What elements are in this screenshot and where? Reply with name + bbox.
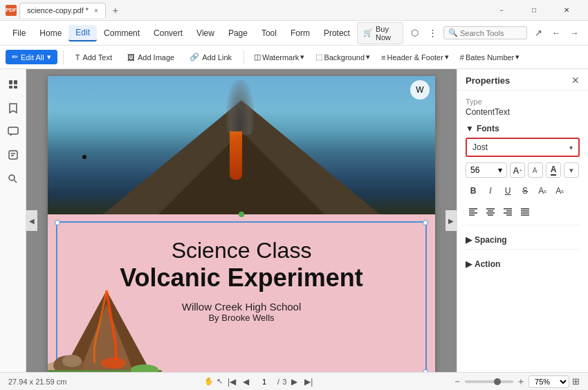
- tab-label: science-copy.pdf *: [27, 6, 89, 15]
- add-link-btn[interactable]: 🔗 Add Link: [183, 50, 238, 64]
- close-icon: ✕: [564, 6, 569, 14]
- add-text-icon: T: [75, 53, 80, 62]
- align-right-btn[interactable]: [500, 204, 515, 219]
- svg-point-13: [101, 358, 126, 369]
- select-tool-btn[interactable]: ↖: [217, 377, 223, 386]
- pdf-title1: Science Class: [68, 238, 414, 263]
- tab-close-btn[interactable]: ×: [94, 7, 98, 15]
- toolbar: ✏ Edit All ▾ T Add Text 🖼 Add Image 🔗 Ad…: [0, 46, 588, 69]
- align-center-btn[interactable]: [483, 204, 498, 219]
- sidebar-bookmark-icon[interactable]: [3, 98, 23, 118]
- sidebar-search-icon[interactable]: [3, 169, 23, 188]
- minimize-btn[interactable]: －: [486, 0, 517, 21]
- menu-form[interactable]: Form: [284, 26, 317, 41]
- zoom-in-btn[interactable]: ＋: [516, 375, 526, 388]
- strikethrough-btn[interactable]: S: [517, 183, 533, 198]
- forward-btn[interactable]: →: [566, 25, 582, 41]
- pdf-sub1: Willow Creek High School: [68, 301, 414, 313]
- zoom-slider[interactable]: [465, 380, 513, 383]
- decrease-font-size-btn[interactable]: A -: [528, 162, 543, 178]
- handle-tl[interactable]: [55, 220, 60, 225]
- menu-file[interactable]: File: [6, 26, 33, 41]
- fit-page-btn[interactable]: ⊞: [572, 376, 580, 387]
- sidebar-comment-icon[interactable]: [3, 122, 23, 141]
- close-btn[interactable]: ✕: [551, 0, 582, 21]
- action-section-header[interactable]: ▶ Action: [466, 259, 580, 269]
- zoom-out-btn[interactable]: －: [452, 375, 462, 388]
- buy-now-btn[interactable]: 🛒 Buy Now: [357, 22, 403, 44]
- add-text-btn[interactable]: T Add Text: [69, 50, 118, 64]
- watermark-btn[interactable]: ◫ Watermark ▾: [250, 50, 309, 64]
- minimize-icon: －: [498, 6, 505, 15]
- panel-close-btn[interactable]: ✕: [571, 75, 580, 86]
- more-btn[interactable]: ⋮: [424, 25, 441, 41]
- active-tab[interactable]: science-copy.pdf * ×: [19, 3, 106, 18]
- decrease-font-icon: A: [533, 167, 538, 174]
- window-controls: － □ ✕: [486, 0, 582, 21]
- share-btn[interactable]: ⬡: [406, 25, 423, 41]
- first-page-btn[interactable]: |◀: [226, 377, 238, 387]
- align-justify-btn[interactable]: [517, 204, 533, 219]
- handle-br[interactable]: [423, 369, 428, 372]
- menu-tool[interactable]: Tool: [255, 26, 284, 41]
- maximize-btn[interactable]: □: [518, 0, 550, 21]
- page-number-input[interactable]: [254, 378, 275, 386]
- menu-view[interactable]: View: [190, 26, 221, 41]
- italic-btn[interactable]: I: [483, 183, 498, 198]
- add-image-btn[interactable]: 🖼 Add Image: [121, 50, 181, 64]
- pdf-sub2: By Brooke Wells: [68, 313, 414, 323]
- panel-header: Properties ✕: [457, 69, 588, 91]
- font-color-dropdown-btn[interactable]: ▾: [564, 162, 579, 178]
- edit-all-btn[interactable]: ✏ Edit All ▾: [6, 50, 57, 64]
- hand-tool-btn[interactable]: ✋: [204, 377, 214, 386]
- spacing-section: ▶ Spacing: [466, 225, 580, 245]
- subscript-btn[interactable]: As: [552, 183, 567, 198]
- fonts-section-header[interactable]: ▼ Fonts: [466, 124, 580, 133]
- next-page-btn[interactable]: ▶: [289, 377, 300, 387]
- selection-top-center-handle[interactable]: [239, 212, 244, 217]
- bates-number-btn[interactable]: # Bates Number ▾: [456, 50, 524, 64]
- header-footer-btn[interactable]: ≡ Header & Footer ▾: [377, 50, 453, 64]
- menu-comment[interactable]: Comment: [97, 26, 147, 41]
- background-btn[interactable]: ⬚ Background ▾: [311, 50, 374, 64]
- sidebar-attachment-icon[interactable]: [3, 145, 23, 165]
- back-btn[interactable]: ←: [548, 25, 564, 41]
- collapse-right-btn[interactable]: ▶: [445, 210, 457, 231]
- type-label: Type: [466, 98, 580, 106]
- zoom-level-select[interactable]: 75% 100% 125% 150%: [529, 375, 569, 388]
- menu-protect[interactable]: Protect: [317, 26, 357, 41]
- superscript-btn[interactable]: As: [535, 183, 550, 198]
- watermark-label: Watermark: [262, 53, 299, 62]
- underline-btn[interactable]: U: [500, 183, 515, 198]
- pdf-area: ◀ W: [26, 69, 457, 372]
- font-size-select[interactable]: 56 ▾: [466, 162, 507, 178]
- increase-font-size-btn[interactable]: A +: [510, 162, 525, 178]
- collapse-left-btn[interactable]: ◀: [26, 210, 37, 231]
- prev-page-btn[interactable]: ◀: [241, 377, 251, 387]
- menu-home[interactable]: Home: [33, 26, 68, 41]
- font-size-row: 56 ▾ A + A - A ▾: [466, 162, 580, 178]
- bold-btn[interactable]: B: [466, 183, 481, 198]
- pdf-volcano-image: W: [48, 76, 435, 214]
- handle-tr[interactable]: [423, 220, 428, 225]
- font-color-btn[interactable]: A: [546, 162, 561, 178]
- type-value: ContentText: [466, 107, 580, 117]
- menu-convert[interactable]: Convert: [147, 26, 190, 41]
- menu-page[interactable]: Page: [221, 26, 255, 41]
- page-overlay-icon[interactable]: W: [410, 80, 430, 100]
- font-family-value: Jost: [472, 142, 488, 152]
- align-left-btn[interactable]: [466, 204, 481, 219]
- font-family-dropdown[interactable]: Jost ▾: [466, 138, 580, 157]
- add-link-icon: 🔗: [190, 53, 199, 62]
- nav-btns: ↗ ← →: [530, 25, 582, 41]
- search-tools-box[interactable]: 🔍: [443, 26, 527, 39]
- spacing-section-header[interactable]: ▶ Spacing: [466, 235, 580, 245]
- sidebar-pages-icon[interactable]: [3, 75, 23, 94]
- external-link-btn[interactable]: ↗: [530, 25, 546, 41]
- last-page-btn[interactable]: ▶|: [302, 377, 315, 387]
- menu-bar: File Home Edit Comment Convert View Page…: [0, 21, 588, 46]
- new-tab-btn[interactable]: +: [109, 3, 122, 17]
- menu-edit[interactable]: Edit: [68, 25, 97, 41]
- search-tools-input[interactable]: [460, 29, 522, 37]
- action-label: Action: [475, 259, 500, 269]
